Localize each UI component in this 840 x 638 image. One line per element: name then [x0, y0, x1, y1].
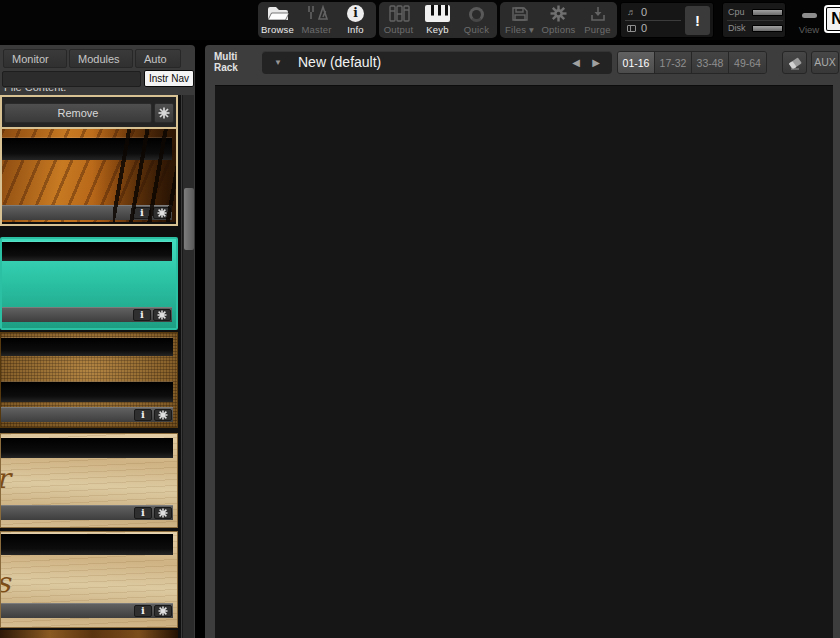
info-button-small[interactable]: i — [134, 605, 152, 617]
options-button[interactable]: Options — [539, 2, 578, 38]
voices-icon: ♬ — [627, 7, 636, 17]
files-button[interactable]: Files ▾ — [500, 2, 539, 38]
cpu-meter — [752, 9, 783, 16]
rack-page-selector: 01-16 17-32 33-48 49-64 — [617, 51, 767, 74]
sidebar-scrollbar[interactable] — [182, 95, 194, 638]
tile-gear-button[interactable] — [154, 507, 172, 519]
signature-glyph: s — [0, 566, 10, 599]
title-band — [1, 534, 173, 555]
browser-sidebar: Monitor Modules Auto Instr Nav File Cont… — [0, 45, 195, 638]
gear-icon — [158, 410, 168, 420]
library-list: Remove i — [0, 95, 181, 638]
lower-band — [1, 382, 173, 402]
disk-label: Disk — [728, 23, 748, 33]
files-caret-icon: ▾ — [529, 24, 534, 35]
folder-icon — [266, 3, 290, 22]
keyb-label: Keyb — [426, 24, 448, 35]
status-display: ♬ 0 0 ! — [620, 2, 714, 38]
quick-load-icon — [469, 3, 484, 22]
piano-strings-image: i — [2, 129, 176, 222]
quick-button[interactable]: Quick — [457, 2, 496, 38]
clear-rack-button[interactable] — [782, 51, 807, 74]
info-button-small[interactable]: i — [133, 309, 151, 321]
title-band — [2, 138, 172, 160]
tile-gear-button[interactable] — [154, 409, 172, 421]
page-33-48[interactable]: 33-48 — [692, 52, 729, 73]
rack-empty-area[interactable] — [215, 85, 833, 638]
master-button[interactable]: Master — [297, 2, 336, 38]
keyboard-icon — [425, 3, 450, 22]
library-action-row: Remove — [2, 97, 176, 129]
cpu-label: Cpu — [728, 7, 748, 17]
tile-gear-button[interactable] — [153, 309, 171, 321]
tab-auto[interactable]: Auto — [135, 49, 181, 68]
library-tile-teal[interactable]: i — [0, 237, 178, 330]
tile-gear-button[interactable] — [154, 605, 172, 617]
info-label: Info — [347, 24, 364, 35]
tile-bar: i — [1, 407, 173, 422]
purge-button[interactable]: Purge — [578, 2, 617, 38]
info-button-small[interactable]: i — [133, 207, 151, 219]
cpu-disk-meters: Cpu Disk — [722, 2, 786, 38]
tab-modules[interactable]: Modules — [69, 49, 133, 68]
remove-button[interactable]: Remove — [4, 103, 152, 123]
tile-bar: i — [2, 205, 172, 220]
top-toolbar: Browse Master i Info Output — [0, 0, 840, 40]
search-input[interactable] — [2, 71, 141, 87]
toolbar-group-browse: Browse Master i Info — [258, 2, 376, 38]
library-tile-partial[interactable] — [0, 630, 178, 638]
library-tile-wood-1[interactable]: r i — [0, 433, 178, 528]
instr-nav-button[interactable]: Instr Nav — [144, 70, 194, 87]
library-tile-wood-2[interactable]: s i — [0, 531, 178, 628]
multi-rack-panel: Multi Rack ▼ New (default) ◀ ▶ 01-16 17-… — [205, 45, 840, 638]
info-button[interactable]: i Info — [336, 2, 375, 38]
view-label: View — [799, 24, 819, 35]
app-window: Browse Master i Info Output — [0, 0, 840, 638]
chevron-down-icon: ▼ — [274, 58, 282, 67]
title-band — [1, 438, 173, 458]
info-button-small[interactable]: i — [134, 409, 152, 421]
output-button[interactable]: Output — [379, 2, 418, 38]
page-01-16[interactable]: 01-16 — [618, 52, 655, 73]
toolbar-group-view-modes: Output Keyb Quick — [379, 2, 497, 38]
minimize-icon — [802, 13, 817, 18]
view-button[interactable]: View — [791, 2, 827, 38]
master-label: Master — [301, 24, 331, 35]
purge-label: Purge — [584, 24, 610, 35]
previous-preset-button[interactable]: ◀ — [572, 57, 580, 68]
ni-logo[interactable]: N — [824, 5, 840, 33]
tile-gear-button[interactable] — [153, 207, 171, 219]
panic-button[interactable]: ! — [685, 6, 710, 35]
tile-bar: i — [1, 603, 173, 618]
sidebar-tabs: Monitor Modules Auto — [3, 49, 181, 68]
voices-value: 0 — [641, 6, 647, 18]
browse-button[interactable]: Browse — [258, 2, 297, 38]
tile-bar: i — [2, 307, 172, 322]
options-label: Options — [541, 24, 575, 35]
library-options-button[interactable] — [154, 103, 174, 123]
page-49-64[interactable]: 49-64 — [729, 52, 766, 73]
library-tile-burlap[interactable]: i — [0, 332, 178, 428]
aux-button[interactable]: AUX — [811, 51, 839, 74]
tile-bar: i — [1, 505, 173, 520]
info-icon: i — [347, 3, 364, 22]
preset-name: New (default) — [298, 54, 381, 70]
tab-monitor[interactable]: Monitor — [3, 49, 67, 68]
page-17-32[interactable]: 17-32 — [655, 52, 692, 73]
library-tile-piano-strings[interactable]: Remove i — [0, 95, 178, 226]
title-band — [1, 338, 173, 356]
floppy-disk-icon — [511, 3, 529, 22]
memory-icon — [627, 25, 636, 32]
signature-glyph: r — [0, 462, 9, 495]
clipped-header-text: File Content. — [4, 88, 174, 94]
gear-icon — [157, 310, 167, 320]
tuning-fork-metronome-icon — [305, 3, 329, 22]
info-button-small[interactable]: i — [134, 507, 152, 519]
next-preset-button[interactable]: ▶ — [592, 57, 600, 68]
preset-dropdown[interactable]: ▼ New (default) ◀ ▶ — [262, 51, 612, 74]
gear-icon — [550, 3, 567, 22]
gear-icon — [157, 208, 167, 218]
toolbar-group-files: Files ▾ Options Purge — [500, 2, 617, 38]
keyb-button[interactable]: Keyb — [418, 2, 457, 38]
scrollbar-thumb[interactable] — [184, 188, 194, 250]
